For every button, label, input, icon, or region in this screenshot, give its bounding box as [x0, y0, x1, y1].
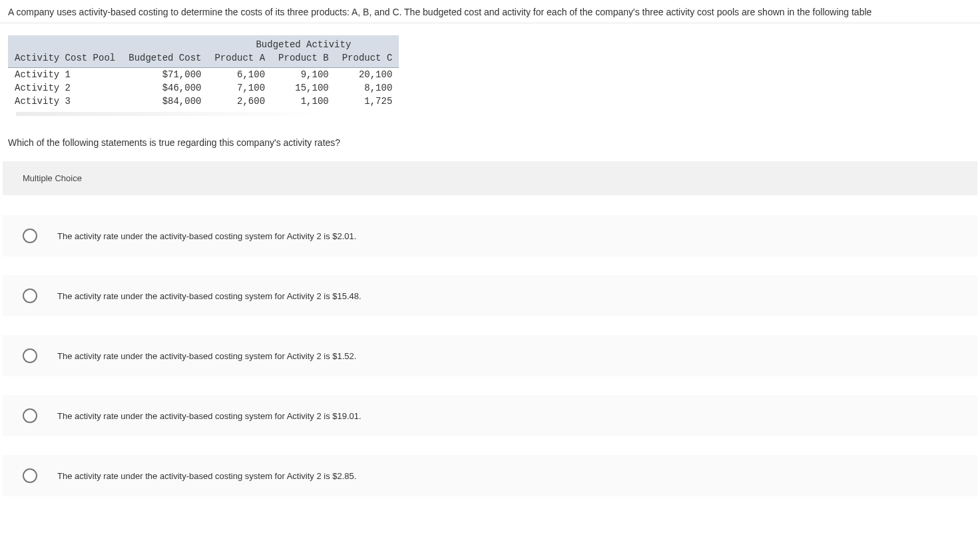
choice-text: The activity rate under the activity-bas… — [57, 411, 362, 421]
choice-option[interactable]: The activity rate under the activity-bas… — [3, 275, 977, 316]
data-table-wrap: Budgeted Activity Activity Cost Pool Bud… — [0, 23, 980, 123]
multiple-choice-header: Multiple Choice — [3, 161, 977, 195]
cell-c: 1,725 — [336, 95, 399, 108]
sub-question: Which of the following statements is tru… — [0, 123, 980, 161]
col-product-a: Product A — [208, 51, 272, 68]
radio-icon[interactable] — [23, 288, 37, 303]
choice-option[interactable]: The activity rate under the activity-bas… — [3, 335, 977, 376]
choice-text: The activity rate under the activity-bas… — [57, 351, 356, 361]
radio-icon[interactable] — [23, 468, 37, 483]
choice-text: The activity rate under the activity-bas… — [57, 471, 356, 481]
table-row: Activity 1 $71,000 6,100 9,100 20,100 — [8, 68, 399, 82]
cell-c: 8,100 — [336, 81, 399, 95]
cell-cost: $46,000 — [122, 81, 208, 95]
choice-option[interactable]: The activity rate under the activity-bas… — [3, 215, 977, 257]
cell-a: 2,600 — [208, 95, 272, 108]
cell-a: 7,100 — [208, 81, 272, 95]
choice-option[interactable]: The activity rate under the activity-bas… — [3, 455, 977, 496]
cell-b: 15,100 — [272, 81, 336, 95]
col-pool: Activity Cost Pool — [8, 51, 122, 68]
col-product-c: Product C — [336, 51, 399, 68]
cell-a: 6,100 — [208, 68, 272, 82]
cell-pool: Activity 1 — [8, 68, 122, 82]
cell-cost: $71,000 — [122, 68, 208, 82]
cell-b: 9,100 — [272, 68, 336, 82]
cell-pool: Activity 2 — [8, 81, 122, 95]
activity-table: Budgeted Activity Activity Cost Pool Bud… — [8, 35, 399, 108]
cell-pool: Activity 3 — [8, 95, 122, 108]
choice-option[interactable]: The activity rate under the activity-bas… — [3, 395, 977, 436]
radio-icon[interactable] — [23, 348, 37, 363]
cell-b: 1,100 — [272, 95, 336, 108]
choice-text: The activity rate under the activity-bas… — [57, 291, 362, 301]
scroll-indicator — [16, 112, 402, 116]
choice-text: The activity rate under the activity-bas… — [57, 231, 356, 241]
col-cost: Budgeted Cost — [122, 51, 208, 68]
group-header: Budgeted Activity — [208, 35, 399, 51]
col-product-b: Product B — [272, 51, 336, 68]
cell-c: 20,100 — [336, 68, 399, 82]
table-row: Activity 2 $46,000 7,100 15,100 8,100 — [8, 81, 399, 95]
radio-icon[interactable] — [23, 408, 37, 423]
table-row: Activity 3 $84,000 2,600 1,100 1,725 — [8, 95, 399, 108]
cell-cost: $84,000 — [122, 95, 208, 108]
question-intro: A company uses activity-based costing to… — [0, 0, 980, 23]
choices-list: The activity rate under the activity-bas… — [0, 215, 980, 496]
radio-icon[interactable] — [23, 229, 37, 243]
